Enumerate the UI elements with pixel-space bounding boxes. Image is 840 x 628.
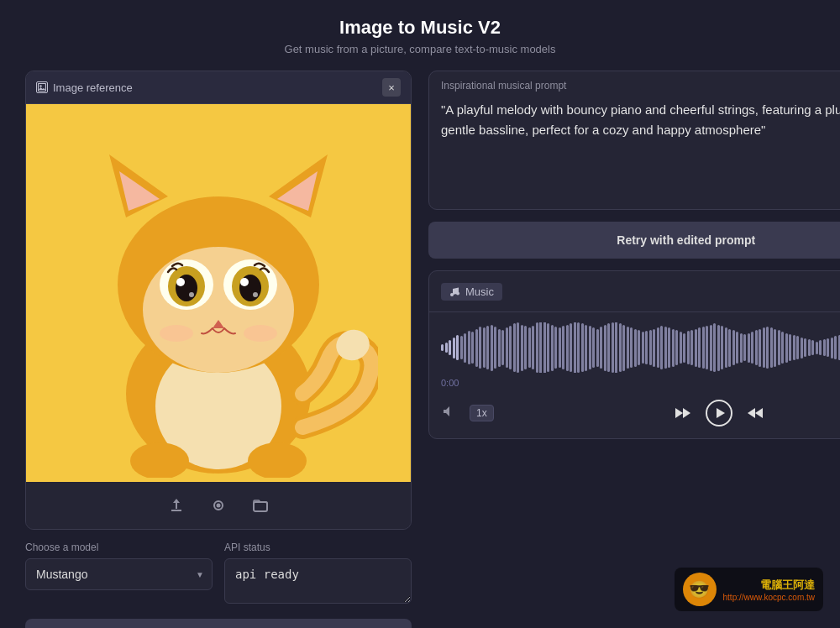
app-subtitle: Get music from a picture, compare text-t… bbox=[25, 43, 815, 55]
folder-button[interactable] bbox=[247, 492, 274, 519]
svg-point-29 bbox=[450, 293, 454, 296]
header: Image to Music V2 Get music from a pictu… bbox=[25, 17, 815, 55]
retry-button[interactable]: Retry with edited prompt bbox=[428, 222, 840, 259]
model-label: Choose a model bbox=[25, 542, 213, 553]
music-label: Music bbox=[441, 283, 502, 301]
model-select-wrapper: Mustango ▼ bbox=[25, 558, 213, 590]
svg-point-9 bbox=[143, 247, 294, 373]
svg-point-23 bbox=[130, 442, 189, 478]
image-reference-label: Image reference bbox=[36, 81, 133, 94]
watermark-face: 😎 bbox=[683, 573, 717, 606]
camera-button[interactable] bbox=[205, 492, 232, 519]
upload-image-button[interactable] bbox=[163, 492, 190, 519]
rewind-button[interactable] bbox=[674, 404, 692, 422]
svg-point-1 bbox=[39, 85, 41, 86]
music-player-header: Music bbox=[429, 271, 840, 312]
cat-illustration bbox=[59, 108, 378, 478]
svg-rect-28 bbox=[254, 502, 267, 511]
player-controls: 1x bbox=[429, 393, 840, 438]
app-container: Image to Music V2 Get music from a pictu… bbox=[0, 0, 840, 628]
play-button[interactable] bbox=[706, 400, 732, 427]
music-note-icon bbox=[449, 286, 460, 297]
svg-marker-41 bbox=[755, 408, 763, 418]
volume-button[interactable] bbox=[441, 404, 456, 422]
image-box-header: Image reference × bbox=[26, 71, 411, 104]
watermark-box: 😎 電腦王阿達 http://www.kocpc.com.tw bbox=[675, 568, 823, 611]
svg-point-30 bbox=[456, 291, 459, 295]
music-player: Music bbox=[428, 270, 840, 439]
svg-marker-40 bbox=[717, 408, 725, 418]
left-panel: Image reference × bbox=[25, 71, 412, 628]
cat-image-area bbox=[26, 104, 411, 482]
model-group: Choose a model Mustango ▼ bbox=[25, 542, 213, 607]
svg-marker-38 bbox=[683, 408, 690, 418]
svg-point-24 bbox=[248, 442, 307, 478]
api-status-input[interactable] bbox=[224, 558, 412, 604]
watermark: 😎 電腦王阿達 http://www.kocpc.com.tw bbox=[675, 568, 823, 611]
api-status-label: API status bbox=[224, 542, 412, 553]
watermark-url: http://www.kocpc.com.tw bbox=[723, 593, 815, 602]
prompt-box: Inspirational musical prompt bbox=[428, 71, 840, 210]
image-icon bbox=[36, 81, 48, 93]
svg-point-17 bbox=[240, 278, 249, 286]
svg-point-16 bbox=[176, 278, 185, 286]
image-actions bbox=[26, 482, 411, 529]
waveform-container[interactable] bbox=[429, 312, 840, 373]
svg-point-18 bbox=[189, 292, 194, 297]
watermark-title: 電腦王阿達 bbox=[723, 578, 815, 593]
app-title: Image to Music V2 bbox=[25, 17, 815, 39]
prompt-textarea[interactable] bbox=[429, 97, 840, 206]
model-row: Choose a model Mustango ▼ API status bbox=[25, 542, 412, 607]
svg-rect-0 bbox=[39, 84, 46, 92]
prompt-label: Inspirational musical prompt bbox=[429, 71, 840, 97]
speed-button[interactable]: 1x bbox=[470, 405, 494, 421]
right-panel: Inspirational musical prompt Retry with … bbox=[428, 71, 840, 439]
svg-point-27 bbox=[217, 504, 221, 508]
svg-point-21 bbox=[160, 325, 193, 342]
model-select[interactable]: Mustango bbox=[25, 558, 213, 590]
svg-marker-37 bbox=[675, 408, 683, 418]
forward-button[interactable] bbox=[746, 404, 764, 422]
svg-point-22 bbox=[244, 325, 277, 342]
main-layout: Image reference × bbox=[25, 71, 815, 628]
time-row: 0:00 0:10 bbox=[429, 373, 840, 393]
make-music-button[interactable]: Make music from my pic ! bbox=[25, 619, 412, 628]
watermark-text: 電腦王阿達 http://www.kocpc.com.tw bbox=[723, 578, 815, 602]
svg-marker-42 bbox=[748, 408, 755, 418]
image-box: Image reference × bbox=[25, 71, 412, 530]
svg-point-19 bbox=[253, 292, 258, 297]
waveform bbox=[441, 322, 840, 373]
api-status-group: API status bbox=[224, 542, 412, 607]
time-start: 0:00 bbox=[441, 378, 459, 388]
close-image-button[interactable]: × bbox=[382, 78, 401, 97]
